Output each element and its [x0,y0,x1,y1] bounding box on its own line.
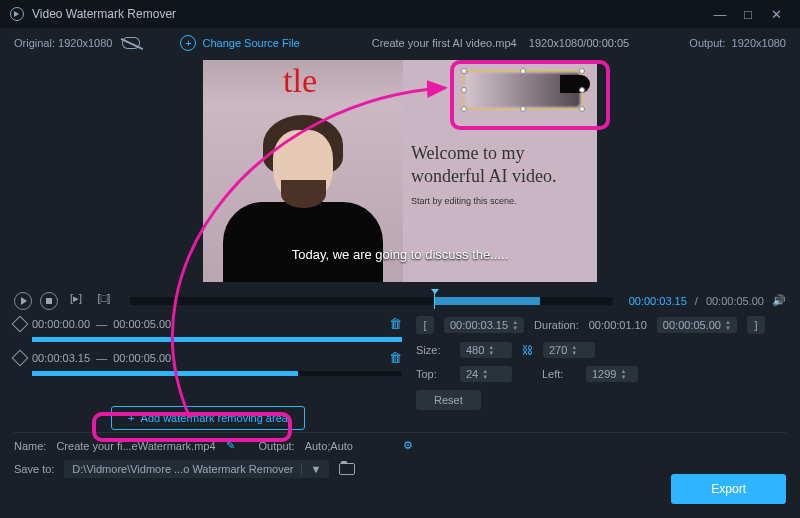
timeline-segment [434,297,540,305]
output-name-row: Name: Create your fi...eWatermark.mp4 ✎ … [0,435,800,456]
change-source-button[interactable]: + Change Source File [180,35,299,51]
stepper-icon[interactable]: ▲▼ [512,319,518,331]
minimize-button[interactable]: — [706,7,734,22]
range-end-field[interactable]: 00:00:05.00▲▼ [657,317,737,333]
size-label: Size: [416,344,450,356]
app-title: Video Watermark Remover [32,7,706,21]
watermark-selection-box[interactable] [463,70,583,110]
playhead-marker[interactable] [434,293,435,309]
time-total: 00:00:05.00 [706,295,764,307]
clip-start: 00:00:03.15 [32,352,90,364]
plus-circle-icon: + [180,35,196,51]
open-folder-icon[interactable] [339,463,355,475]
transport-bar: [▸] [□] 00:00:03.15/00:00:05.00 🔊 [0,288,800,316]
maximize-button[interactable]: □ [734,7,762,22]
duration-label: Duration: [534,319,579,331]
titlebar: Video Watermark Remover — □ ✕ [0,0,800,28]
top-field[interactable]: 24▲▼ [460,366,512,382]
source-filename: Create your first AI video.mp4 [372,37,517,49]
resize-handle[interactable] [579,87,585,93]
stepper-icon[interactable]: ▲▼ [620,368,626,380]
stepper-icon[interactable]: ▲▼ [571,344,577,356]
left-label: Left: [542,368,576,380]
name-value: Create your fi...eWatermark.mp4 [56,440,215,452]
clip-end: 00:00:05.00 [113,318,171,330]
mark-in-button[interactable]: [▸] [66,292,86,310]
output-resolution: 1920x1080 [732,37,786,49]
output-settings-icon[interactable]: ⚙ [403,439,413,452]
delete-clip-icon[interactable]: 🗑 [389,350,402,365]
clip-end: 00:00:05.00 [113,352,171,364]
tag-icon [12,349,29,366]
stop-button[interactable] [40,292,58,310]
stepper-icon[interactable]: ▲▼ [482,368,488,380]
resize-handle[interactable] [461,68,467,74]
source-file-info: Create your first AI video.mp4 1920x1080… [372,37,629,49]
resize-handle[interactable] [520,106,526,112]
export-button[interactable]: Export [671,474,786,504]
stepper-icon[interactable]: ▲▼ [725,319,731,331]
play-button[interactable] [14,292,32,310]
edit-name-icon[interactable]: ✎ [226,439,235,452]
resize-handle[interactable] [461,106,467,112]
source-duration: 00:00:05 [586,37,629,49]
timeline-scrubber[interactable] [130,297,613,305]
tag-icon [12,315,29,332]
top-label: Top: [416,368,450,380]
resize-handle[interactable] [461,87,467,93]
add-watermark-area-button[interactable]: + Add watermark removing area [111,406,305,430]
original-label: Original: [14,37,55,49]
delete-clip-icon[interactable]: 🗑 [389,316,402,331]
source-dims: 1920x1080 [529,37,583,49]
name-label: Name: [14,440,46,452]
app-icon [10,7,24,21]
mark-out-button[interactable]: [□] [94,292,114,310]
save-path-value: D:\Vidmore\Vidmore ...o Watermark Remove… [72,463,293,475]
preview-decor-text: tle [283,62,317,100]
save-path-field[interactable]: D:\Vidmore\Vidmore ...o Watermark Remove… [64,460,329,478]
clip-row[interactable]: 00:00:03.15 — 00:00:05.00 🗑 [14,350,402,365]
preview-toggle-icon[interactable] [122,37,140,49]
close-button[interactable]: ✕ [762,7,790,22]
reset-button[interactable]: Reset [416,390,481,410]
preview-subheading: Start by editing this scene. [411,196,517,206]
clip-progress[interactable] [32,337,402,342]
set-out-button[interactable]: ] [747,316,765,334]
height-field[interactable]: 270▲▼ [543,342,595,358]
duration-value: 00:00:01.10 [589,319,647,331]
link-aspect-icon[interactable]: ⛓ [522,344,533,356]
volume-icon[interactable]: 🔊 [772,294,786,308]
time-current: 00:00:03.15 [629,295,687,307]
save-to-label: Save to: [14,463,54,475]
range-start-field[interactable]: 00:00:03.15▲▼ [444,317,524,333]
clip-progress[interactable] [32,371,402,376]
add-area-label: Add watermark removing area [141,412,288,424]
preview-caption: Today, we are going to discuss the..... [203,247,597,262]
path-dropdown-icon[interactable]: ▼ [301,463,321,475]
output-info: Output: 1920x1080 [689,37,786,49]
properties-panel: [ 00:00:03.15▲▼ Duration:00:00:01.10 00:… [416,316,786,430]
resize-handle[interactable] [579,68,585,74]
left-field[interactable]: 1299▲▼ [586,366,638,382]
set-in-button[interactable]: [ [416,316,434,334]
output-format-label: Output: [259,440,295,452]
video-preview[interactable]: tle Welcome to my wonderful AI video. St… [203,60,597,282]
info-strip: Original: 1920x1080 + Change Source File… [0,28,800,58]
output-label: Output: [689,37,725,49]
plus-icon: + [128,412,134,424]
clips-panel: 00:00:00.00 — 00:00:05.00 🗑 00:00:03.15 … [14,316,402,430]
original-resolution: 1920x1080 [58,37,112,49]
preview-heading: Welcome to my wonderful AI video. [411,142,587,187]
output-format-value: Auto;Auto [305,440,353,452]
change-source-label: Change Source File [202,37,299,49]
resize-handle[interactable] [579,106,585,112]
stepper-icon[interactable]: ▲▼ [488,344,494,356]
clip-start: 00:00:00.00 [32,318,90,330]
resize-handle[interactable] [520,68,526,74]
clip-row[interactable]: 00:00:00.00 — 00:00:05.00 🗑 [14,316,402,331]
width-field[interactable]: 480▲▼ [460,342,512,358]
